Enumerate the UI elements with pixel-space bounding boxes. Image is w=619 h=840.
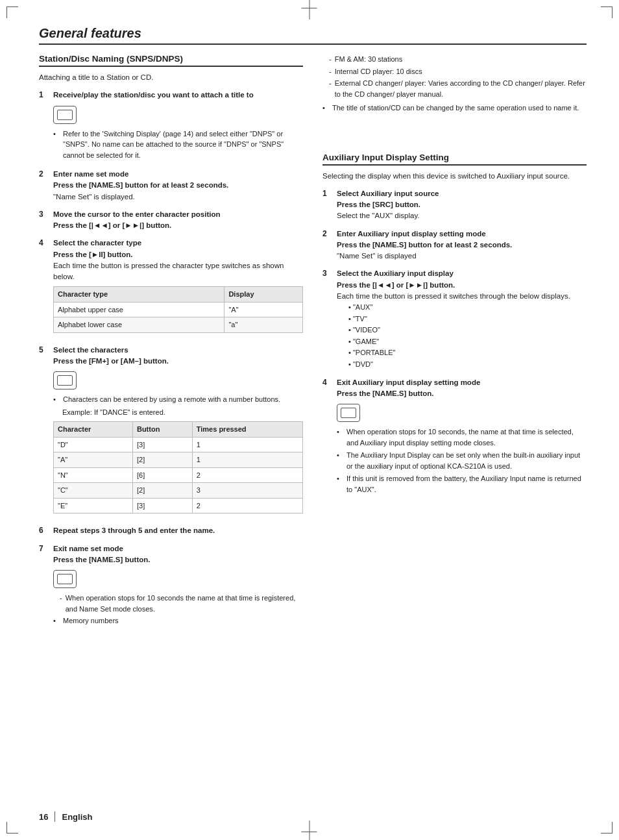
- button-col-header: Button: [132, 422, 192, 438]
- right-step-3-subheading: Press the [|◄◄] or [►►|] button.: [337, 281, 455, 289]
- step-5-bullet-1: • Characters can be entered by using a r…: [53, 394, 303, 405]
- right-step-4-subheading: Press the [NAME.S] button.: [337, 389, 434, 397]
- right-step-1: 1 Select Auxiliary input source Press th…: [322, 188, 587, 222]
- step-3-num: 3: [39, 209, 48, 232]
- crosshair-top: [310, 0, 310, 19]
- right-step-2-num: 2: [322, 229, 332, 262]
- right-step-3-heading: Select the Auxiliary input display: [337, 269, 454, 277]
- right-step-3-sub-bullets: "AUX" "TV" "VIDEO" "GAME" "PORTABLE" "DV…: [337, 302, 587, 371]
- right-step-2-subheading: Press the [NAME.S] button for at least 2…: [337, 241, 512, 249]
- right-step-4-num: 4: [322, 377, 332, 497]
- corner-mark-tl: [6, 6, 18, 18]
- table-row: "N" [6] 2: [54, 467, 303, 483]
- step-7-num: 7: [39, 543, 48, 628]
- right-step-4-bullet-3: • If this unit is removed from the batte…: [337, 473, 587, 495]
- step-7-heading: Exit name set mode: [53, 545, 123, 552]
- step-5-example: Example: If "DANCE" is entered.: [53, 407, 303, 418]
- step-4-icon-wrap: [337, 401, 587, 425]
- table-row: Alphabet lower case "a": [54, 317, 303, 333]
- keyboard-icon-1: [53, 106, 77, 124]
- times-cell: 1: [192, 437, 302, 452]
- sub-bullet-dvd: "DVD": [348, 359, 587, 371]
- step-1-heading: Receive/play the station/disc you want t…: [53, 91, 254, 99]
- character-col-header: Character: [54, 422, 133, 438]
- step-1-num: 1: [39, 90, 48, 162]
- right-step-3-body: Each time the button is pressed it switc…: [337, 292, 570, 300]
- btn-cell: [2]: [132, 483, 192, 499]
- sub-bullet-game: "GAME": [348, 336, 587, 348]
- sub-bullet-tv: "TV": [348, 314, 587, 325]
- right-step-1-heading: Select Auxiliary input source: [337, 190, 439, 197]
- content-columns: Station/Disc Naming (SNPS/DNPS) Attachin…: [39, 54, 587, 635]
- right-step-2-body: "Name Set" is displayed: [337, 252, 417, 260]
- char-table: Character Button Times pressed "D" [3] 1: [53, 421, 303, 513]
- table-row: "E" [3] 2: [54, 498, 303, 513]
- step-3-heading: Move the cursor to the enter character p…: [53, 210, 221, 218]
- step-4: 4 Select the character type Press the [►…: [39, 238, 303, 338]
- right-step-2-heading: Enter Auxiliary input display setting mo…: [337, 230, 486, 238]
- btn-cell: [6]: [132, 467, 192, 483]
- display-cell: "a": [225, 317, 303, 333]
- btn-cell: [3]: [132, 498, 192, 513]
- char-type-table: Character type Display Alphabet upper ca…: [53, 286, 303, 333]
- step-6-content: Repeat steps 3 through 5 and enter the n…: [53, 525, 303, 536]
- section2-heading: Auxiliary Input Display Setting: [322, 153, 587, 166]
- step-1-content: Receive/play the station/disc you want t…: [53, 90, 303, 162]
- step-7-subheading: Press the [NAME.S] button.: [53, 556, 151, 563]
- step-5-subheading: Press the [FM+] or [AM–] button.: [53, 357, 169, 365]
- step-5-num: 5: [39, 345, 48, 519]
- right-top-bullets: - FM & AM: 30 stations - Internal CD pla…: [322, 54, 587, 114]
- btn-cell: [2]: [132, 452, 192, 468]
- step-6: 6 Repeat steps 3 through 5 and enter the…: [39, 525, 303, 536]
- page: General features Station/Disc Naming (SN…: [0, 0, 619, 840]
- keyboard-icon-4: [337, 404, 360, 422]
- table-row: "C" [2] 3: [54, 483, 303, 499]
- step-3-subheading: Press the [|◄◄] or [►►|] button.: [53, 221, 171, 229]
- page-footer: 16 English: [39, 811, 92, 822]
- table-row: "A" [2] 1: [54, 452, 303, 468]
- right-dash-3: - External CD changer/ player: Varies ac…: [322, 78, 587, 99]
- times-cell: 2: [192, 467, 302, 483]
- right-step-1-subheading: Press the [SRC] button.: [337, 201, 420, 208]
- right-step-4-bullet-1: • When operation stops for 10 seconds, t…: [337, 426, 587, 448]
- step-4-num: 4: [39, 238, 48, 338]
- step-2-body: "Name Set" is displayed.: [53, 193, 135, 201]
- char-type-cell: Alphabet upper case: [54, 302, 225, 317]
- display-cell: "A": [225, 302, 303, 317]
- step-7-content: Exit name set mode Press the [NAME.S] bu…: [53, 543, 303, 628]
- step-6-heading: Repeat steps 3 through 5 and enter the n…: [53, 526, 215, 534]
- section1-heading: Station/Disc Naming (SNPS/DNPS): [39, 54, 303, 67]
- keyboard-icon-3: [53, 570, 77, 588]
- btn-cell: [3]: [132, 437, 192, 452]
- step-4-heading: Select the character type: [53, 239, 141, 247]
- char-cell: "A": [54, 452, 133, 468]
- step-4-body: Each time the button is pressed the char…: [53, 262, 284, 280]
- step-2-heading: Enter name set mode: [53, 170, 128, 178]
- right-step-1-content: Select Auxiliary input source Press the …: [337, 188, 587, 222]
- step-5: 5 Select the characters Press the [FM+] …: [39, 345, 303, 519]
- right-dash-1: - FM & AM: 30 stations: [322, 54, 587, 65]
- footer-divider: [55, 811, 55, 822]
- step-3: 3 Move the cursor to the enter character…: [39, 209, 303, 232]
- section2-intro: Selecting the display when this device i…: [322, 171, 587, 182]
- right-step-1-num: 1: [322, 188, 332, 222]
- step-1-icon-wrap: [53, 103, 303, 127]
- char-type-cell: Alphabet lower case: [54, 317, 225, 333]
- step-7-bullet: • Memory numbers: [53, 615, 303, 626]
- right-step-4: 4 Exit Auxiliary input display setting m…: [322, 377, 587, 497]
- step-7-dash-1: - When operation stops for 10 seconds th…: [53, 593, 303, 614]
- char-cell: "N": [54, 467, 133, 483]
- page-number: 16: [39, 812, 48, 822]
- right-step-2: 2 Enter Auxiliary input display setting …: [322, 229, 587, 262]
- step-2-content: Enter name set mode Press the [NAME.S] b…: [53, 169, 303, 203]
- right-step-3-content: Select the Auxiliary input display Press…: [337, 268, 587, 370]
- step-5-content: Select the characters Press the [FM+] or…: [53, 345, 303, 519]
- page-language: English: [62, 812, 92, 822]
- step-4-subheading: Press the [►II] button.: [53, 251, 133, 258]
- char-cell: "E": [54, 498, 133, 513]
- page-title: General features: [39, 26, 587, 45]
- times-pressed-col-header: Times pressed: [192, 422, 302, 438]
- right-dash-2: - Internal CD player: 10 discs: [322, 66, 587, 77]
- step-2: 2 Enter name set mode Press the [NAME.S]…: [39, 169, 303, 203]
- right-step-1-body: Select the "AUX" display.: [337, 212, 419, 219]
